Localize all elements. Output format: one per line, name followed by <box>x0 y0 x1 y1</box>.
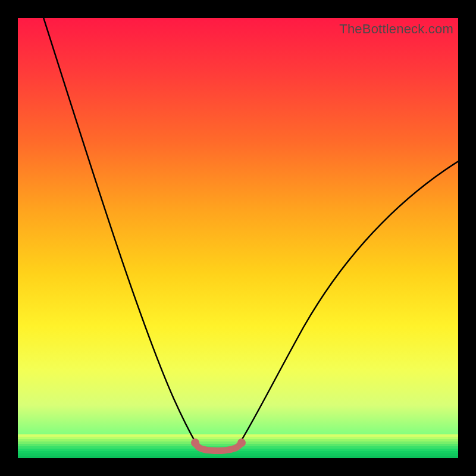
floor-dot-left <box>191 439 199 447</box>
plot-area: TheBottleneck.com <box>18 18 458 458</box>
right-curve <box>239 158 458 444</box>
floor-bump-1 <box>202 446 208 452</box>
watermark-text: TheBottleneck.com <box>339 21 453 37</box>
floor-bump-3 <box>228 446 234 452</box>
left-curve <box>42 18 196 444</box>
floor-dot-right <box>237 439 246 447</box>
floor-bump-2 <box>215 448 221 454</box>
curve-layer <box>18 18 458 458</box>
